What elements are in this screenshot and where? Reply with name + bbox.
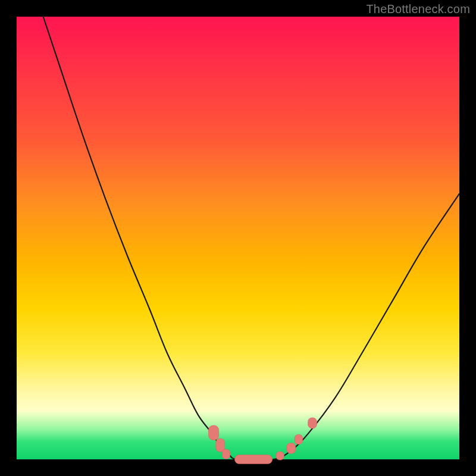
curve-marker bbox=[308, 418, 317, 428]
curve-marker bbox=[234, 455, 272, 464]
curve-markers bbox=[209, 418, 317, 464]
curve-marker bbox=[222, 449, 230, 459]
plot-area bbox=[17, 17, 459, 459]
curve-marker bbox=[295, 434, 302, 444]
bottleneck-curve bbox=[43, 17, 459, 461]
curve-marker bbox=[287, 443, 296, 453]
outer-frame: TheBottleneck.com bbox=[0, 0, 476, 476]
watermark-text: TheBottleneck.com bbox=[366, 2, 470, 16]
chart-svg bbox=[17, 17, 459, 459]
curve-marker bbox=[209, 425, 219, 440]
curve-marker bbox=[276, 452, 284, 460]
